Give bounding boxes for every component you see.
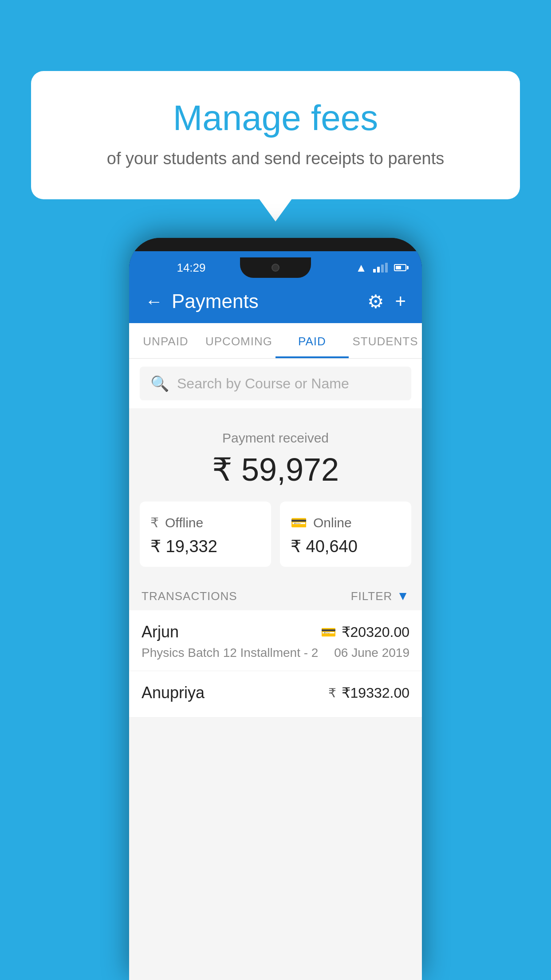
online-payment-icon: 💳 bbox=[321, 625, 336, 640]
offline-icon: ₹ bbox=[150, 515, 159, 530]
transaction-amount-wrapper: ₹ ₹19332.00 bbox=[328, 684, 409, 701]
speech-bubble-subtitle: of your students and send receipts to pa… bbox=[67, 149, 484, 168]
search-icon: 🔍 bbox=[150, 375, 169, 392]
online-card: 💳 Online ₹ 40,640 bbox=[280, 502, 411, 567]
transaction-amount-wrapper: 💳 ₹20320.00 bbox=[321, 624, 409, 640]
notch-area: 14:29 ▲ bbox=[129, 251, 422, 280]
offline-card: ₹ Offline ₹ 19,332 bbox=[140, 502, 271, 567]
search-input[interactable]: Search by Course or Name bbox=[177, 375, 349, 392]
transaction-date: 06 June 2019 bbox=[334, 646, 409, 660]
status-time: 14:29 bbox=[142, 261, 240, 275]
transaction-course: Physics Batch 12 Installment - 2 bbox=[142, 646, 318, 660]
camera bbox=[272, 264, 279, 272]
payment-amount: ₹ 59,972 bbox=[129, 451, 422, 488]
search-bar[interactable]: 🔍 Search by Course or Name bbox=[140, 367, 411, 400]
tabs-bar: UNPAID UPCOMING PAID STUDENTS bbox=[129, 323, 422, 359]
transaction-amount: ₹20320.00 bbox=[342, 624, 409, 640]
add-icon[interactable]: + bbox=[395, 291, 406, 312]
notch bbox=[240, 257, 311, 278]
payment-label: Payment received bbox=[129, 431, 422, 446]
speech-bubble-container: Manage fees of your students and send re… bbox=[31, 71, 520, 199]
online-amount: ₹ 40,640 bbox=[291, 537, 401, 556]
tab-upcoming[interactable]: UPCOMING bbox=[202, 323, 276, 358]
back-button[interactable]: ← bbox=[145, 292, 163, 312]
tab-paid[interactable]: PAID bbox=[276, 323, 349, 358]
wifi-icon: ▲ bbox=[355, 261, 367, 275]
app-body: 🔍 Search by Course or Name Payment recei… bbox=[129, 359, 422, 980]
transaction-amount: ₹19332.00 bbox=[342, 684, 409, 701]
offline-amount: ₹ 19,332 bbox=[150, 537, 260, 556]
settings-icon[interactable]: ⚙ bbox=[367, 291, 384, 312]
filter-label: FILTER bbox=[351, 589, 393, 603]
tab-unpaid[interactable]: UNPAID bbox=[129, 323, 202, 358]
transaction-name: Anupriya bbox=[142, 684, 205, 702]
phone-frame: 14:29 ▲ bbox=[129, 238, 422, 980]
filter-button[interactable]: FILTER ▼ bbox=[351, 589, 409, 603]
tab-students[interactable]: STUDENTS bbox=[349, 323, 422, 358]
filter-icon: ▼ bbox=[397, 589, 409, 603]
battery-icon bbox=[394, 264, 409, 271]
table-row[interactable]: Anupriya ₹ ₹19332.00 bbox=[129, 671, 422, 718]
online-icon: 💳 bbox=[291, 515, 307, 530]
transactions-header: TRANSACTIONS FILTER ▼ bbox=[129, 580, 422, 610]
background: Manage fees of your students and send re… bbox=[0, 0, 551, 980]
header-right: ⚙ + bbox=[367, 291, 406, 312]
header-left: ← Payments bbox=[145, 290, 259, 312]
online-label: Online bbox=[313, 515, 352, 530]
transactions-label: TRANSACTIONS bbox=[142, 589, 237, 603]
app-header: ← Payments ⚙ + bbox=[129, 280, 422, 323]
table-row[interactable]: Arjun 💳 ₹20320.00 Physics Batch 12 Insta… bbox=[129, 610, 422, 671]
offline-payment-icon: ₹ bbox=[328, 686, 336, 700]
payment-cards: ₹ Offline ₹ 19,332 💳 Online ₹ 40,640 bbox=[129, 502, 422, 580]
speech-bubble: Manage fees of your students and send re… bbox=[31, 71, 520, 199]
payment-summary: Payment received ₹ 59,972 bbox=[129, 408, 422, 502]
speech-bubble-title: Manage fees bbox=[67, 98, 484, 138]
transaction-list: Arjun 💳 ₹20320.00 Physics Batch 12 Insta… bbox=[129, 610, 422, 718]
transaction-name: Arjun bbox=[142, 623, 179, 641]
page-title: Payments bbox=[172, 290, 259, 312]
offline-label: Offline bbox=[165, 515, 203, 530]
search-container: 🔍 Search by Course or Name bbox=[129, 359, 422, 408]
signal-icon bbox=[373, 263, 388, 273]
